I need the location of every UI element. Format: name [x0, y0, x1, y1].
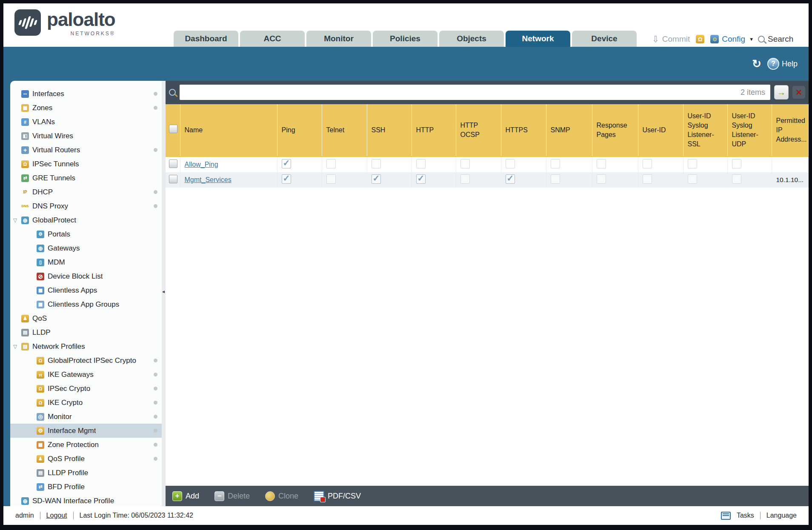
sidebar-item-clientless-apps[interactable]: Clientless Apps [10, 283, 162, 297]
zone-protection-icon [37, 441, 44, 449]
gre-tunnels-icon [21, 174, 29, 182]
col-header-response-pages[interactable]: Response Pages [592, 104, 638, 157]
col-header-uid-syslog-ssl[interactable]: User-ID Syslog Listener-SSL [683, 104, 727, 157]
col-header-user-id[interactable]: User-ID [638, 104, 683, 157]
delete-button[interactable]: − Delete [214, 491, 250, 501]
sidebar-item-interface-mgmt[interactable]: Interface Mgmt [10, 424, 162, 438]
ike-gateways-icon [37, 371, 44, 379]
sidebar-item-interfaces[interactable]: Interfaces [10, 87, 162, 101]
tasks-button[interactable]: Tasks [737, 512, 754, 519]
sidebar-item-globalprotect[interactable]: GlobalProtect [10, 213, 162, 227]
sidebar-item-vlans[interactable]: VLANs [10, 115, 162, 129]
col-header-telnet[interactable]: Telnet [322, 104, 367, 157]
sidebar-item-dhcp[interactable]: DHCP [10, 185, 162, 199]
profile-name-link[interactable]: Allow_Ping [185, 161, 218, 168]
logout-link[interactable]: Logout [46, 512, 67, 519]
tab-objects[interactable]: Objects [439, 31, 504, 47]
language-button[interactable]: Language [766, 512, 797, 519]
item-dot [154, 204, 157, 208]
sidebar-item-gateways[interactable]: Gateways [10, 241, 162, 255]
sidebar-item-network-profiles[interactable]: Network Profiles [10, 339, 162, 353]
http-cell [412, 172, 456, 188]
commit-button[interactable]: ⇩ Commit [652, 34, 690, 44]
sidebar-item-qos[interactable]: QoS [10, 311, 162, 325]
sidebar-item-lldp-profile[interactable]: LLDP Profile [10, 466, 162, 480]
sidebar-item-bfd-profile[interactable]: BFD Profile [10, 480, 162, 494]
search-input[interactable] [180, 85, 741, 100]
col-header-http-ocsp[interactable]: HTTP OCSP [456, 104, 501, 157]
sidebar-splitter[interactable] [162, 81, 166, 506]
clientless-apps-icon [37, 287, 44, 294]
sidebar-item-dns-proxy[interactable]: DNS Proxy [10, 199, 162, 213]
pdf-csv-button[interactable]: PDF/CSV [314, 491, 361, 502]
tab-dashboard[interactable]: Dashboard [174, 31, 238, 47]
col-header-ssh[interactable]: SSH [367, 104, 412, 157]
ssh-check-icon [372, 159, 381, 168]
sidebar-item-virtual-wires[interactable]: Virtual Wires [10, 129, 162, 143]
sidebar-item-clientless-app-groups[interactable]: Clientless App Groups [10, 297, 162, 311]
table-row-mgmt-services: Mgmt_Services 10.1.10 [166, 172, 809, 188]
tab-monitor[interactable]: Monitor [306, 31, 371, 47]
tab-acc[interactable]: ACC [240, 31, 305, 47]
select-all-checkbox[interactable] [169, 125, 177, 133]
row-checkbox[interactable] [169, 175, 177, 183]
sidebar-item-ipsec-crypto[interactable]: IPSec Crypto [10, 382, 162, 396]
row-select-cell [166, 157, 180, 172]
sidebar-item-device-block-list[interactable]: Device Block List [10, 269, 162, 283]
config-menu-button[interactable]: ⚙ Config ▼ [710, 34, 754, 44]
zones-icon [21, 104, 29, 112]
col-header-ping[interactable]: Ping [277, 104, 322, 157]
sidebar-item-monitor[interactable]: Monitor [10, 410, 162, 424]
sidebar-item-virtual-routers[interactable]: Virtual Routers [10, 143, 162, 157]
sidebar-item-sdwan-interface-profile[interactable]: SD-WAN Interface Profile [10, 494, 162, 506]
clear-filter-button[interactable]: × [792, 86, 805, 99]
sidebar-item-globalprotect-ipsec-crypto[interactable]: GlobalProtect IPSec Crypto [10, 353, 162, 368]
expand-triangle-icon[interactable] [13, 344, 20, 350]
clone-button[interactable]: Clone [265, 491, 298, 501]
expand-triangle-icon[interactable] [13, 217, 20, 223]
col-header-snmp[interactable]: SNMP [546, 104, 592, 157]
add-button[interactable]: + Add [172, 491, 199, 501]
pdf-csv-icon [314, 491, 324, 502]
lock-icon[interactable]: Ω [696, 35, 704, 43]
sidebar-item-ike-gateways[interactable]: IKE Gateways [10, 368, 162, 382]
interface-mgmt-icon [37, 427, 44, 435]
left-strip [3, 81, 10, 506]
row-checkbox[interactable] [169, 160, 177, 168]
global-search-button[interactable]: Search [758, 34, 793, 44]
refresh-icon[interactable]: ↻ [752, 57, 761, 71]
snmp-check-icon [551, 159, 560, 168]
col-header-http[interactable]: HTTP [412, 104, 456, 157]
sidebar-item-zones[interactable]: Zones [10, 101, 162, 115]
sidebar-item-gre-tunnels[interactable]: GRE Tunnels [10, 171, 162, 185]
ping-cell [277, 172, 322, 188]
tab-network[interactable]: Network [506, 31, 570, 47]
sidebar-item-ike-crypto[interactable]: IKE Crypto [10, 396, 162, 410]
col-header-uid-syslog-udp[interactable]: User-ID Syslog Listener-UDP [727, 104, 772, 157]
mdm-icon [37, 259, 44, 266]
sidebar-item-portals[interactable]: Portals [10, 227, 162, 241]
col-header-https[interactable]: HTTPS [501, 104, 546, 157]
help-button[interactable]: ? Help [767, 58, 798, 70]
sidebar-tree: Interfaces Zones VLANs Virtual Wires Vir… [10, 81, 162, 506]
col-header-permitted-ip[interactable]: Permitted IP Address... [772, 104, 809, 157]
sidebar-item-lldp[interactable]: LLDP [10, 325, 162, 339]
uid-syslog-ssl-check-icon [688, 174, 697, 184]
sidebar-item-ipsec-tunnels[interactable]: IPSec Tunnels [10, 157, 162, 171]
tab-device[interactable]: Device [572, 31, 637, 47]
permitted-ip-cell [772, 157, 809, 172]
col-header-name[interactable]: Name [180, 104, 277, 157]
profile-name-link[interactable]: Mgmt_Services [185, 176, 232, 183]
sidebar-item-qos-profile[interactable]: QoS Profile [10, 452, 162, 466]
ipsec-crypto-icon [37, 385, 44, 393]
apply-filter-button[interactable]: → [774, 85, 789, 100]
tab-policies[interactable]: Policies [373, 31, 437, 47]
globalprotect-icon [21, 217, 29, 224]
device-block-list-icon [37, 273, 44, 280]
http-ocsp-check-icon [460, 159, 470, 168]
sidebar-item-mdm[interactable]: MDM [10, 255, 162, 269]
sidebar-item-zone-protection[interactable]: Zone Protection [10, 438, 162, 452]
globalprotect-ipsec-crypto-icon [37, 357, 44, 365]
https-check-icon [506, 174, 515, 184]
nav-tabs: Dashboard ACC Monitor Policies Objects N… [174, 31, 637, 47]
